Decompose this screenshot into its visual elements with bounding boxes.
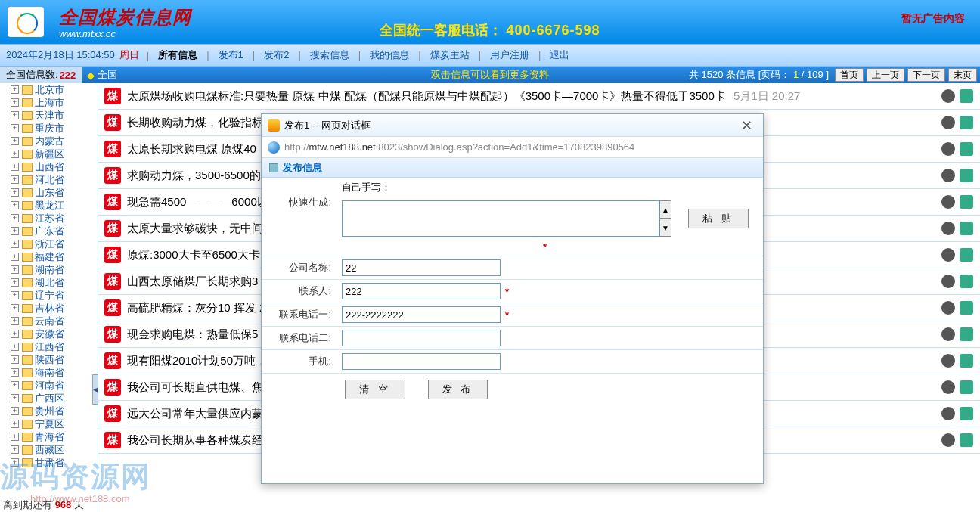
edit-icon[interactable] xyxy=(960,380,973,394)
expand-icon[interactable]: + xyxy=(11,240,19,248)
scroll-down-icon[interactable]: ▼ xyxy=(659,219,671,237)
tree-item[interactable]: +新疆区 xyxy=(0,147,98,160)
expand-icon[interactable]: + xyxy=(11,445,19,454)
expand-icon[interactable]: + xyxy=(11,163,19,171)
tree-item[interactable]: +西藏区 xyxy=(0,443,98,456)
tree-item[interactable]: +海南省 xyxy=(0,366,98,379)
menu-item-2[interactable]: 发布2 xyxy=(264,49,289,61)
tree-item[interactable]: +湖北省 xyxy=(0,276,98,289)
tree-item[interactable]: +云南省 xyxy=(0,315,98,327)
qq-icon[interactable] xyxy=(941,169,955,182)
tree-item[interactable]: +湖南省 xyxy=(0,263,98,276)
expand-icon[interactable]: + xyxy=(11,85,19,94)
edit-icon[interactable] xyxy=(960,407,973,420)
menu-item-5[interactable]: 煤炭主站 xyxy=(430,49,470,61)
edit-icon[interactable] xyxy=(960,301,973,315)
scroll-up-icon[interactable]: ▲ xyxy=(659,200,671,219)
contact-input[interactable] xyxy=(342,283,501,299)
expand-icon[interactable]: + xyxy=(11,278,19,287)
expand-icon[interactable]: + xyxy=(11,407,19,415)
tree-item[interactable]: +内蒙古 xyxy=(0,135,98,147)
prev-page-button[interactable]: 上一页 xyxy=(867,68,904,82)
edit-icon[interactable] xyxy=(960,354,973,368)
edit-icon[interactable] xyxy=(960,116,973,129)
qq-icon[interactable] xyxy=(941,380,955,394)
expand-icon[interactable]: + xyxy=(11,137,19,145)
edit-icon[interactable] xyxy=(960,248,973,262)
expand-icon[interactable]: + xyxy=(11,304,19,312)
expand-icon[interactable]: + xyxy=(11,343,19,351)
qq-icon[interactable] xyxy=(941,116,955,129)
expand-icon[interactable]: + xyxy=(11,420,19,428)
tree-item[interactable]: +黑龙江 xyxy=(0,199,98,212)
tree-item[interactable]: +江苏省 xyxy=(0,212,98,225)
qq-icon[interactable] xyxy=(941,354,955,368)
expand-icon[interactable]: + xyxy=(11,111,19,119)
expand-icon[interactable]: + xyxy=(11,150,19,158)
qq-icon[interactable] xyxy=(941,248,955,262)
expand-icon[interactable]: + xyxy=(11,433,19,441)
expand-icon[interactable]: + xyxy=(11,98,19,107)
edit-icon[interactable] xyxy=(960,195,973,209)
expand-icon[interactable]: + xyxy=(11,227,19,235)
tree-item[interactable]: +青海省 xyxy=(0,430,98,443)
tree-item[interactable]: +贵州省 xyxy=(0,405,98,417)
expand-icon[interactable]: + xyxy=(11,458,19,467)
menu-item-1[interactable]: 发布1 xyxy=(219,49,243,61)
qq-icon[interactable] xyxy=(941,301,955,315)
phone1-input[interactable] xyxy=(342,306,501,323)
paste-button[interactable]: 粘 贴 xyxy=(688,209,749,228)
qq-icon[interactable] xyxy=(941,89,955,103)
expand-icon[interactable]: + xyxy=(11,201,19,209)
edit-icon[interactable] xyxy=(960,222,973,235)
menu-item-4[interactable]: 我的信息 xyxy=(370,49,409,61)
menu-item-7[interactable]: 退出 xyxy=(550,49,569,61)
qq-icon[interactable] xyxy=(941,222,955,235)
menu-item-0[interactable]: 所有信息 xyxy=(158,49,197,61)
tree-item[interactable]: +辽宁省 xyxy=(0,289,98,302)
publish-button[interactable]: 发 布 xyxy=(428,380,488,399)
next-page-button[interactable]: 下一页 xyxy=(907,68,945,82)
sidebar-collapse-handle[interactable]: ◀ xyxy=(92,374,98,405)
quick-gen-textarea[interactable] xyxy=(342,200,659,237)
expand-icon[interactable]: + xyxy=(11,124,19,132)
tree-item[interactable]: +浙江省 xyxy=(0,237,98,250)
expand-icon[interactable]: + xyxy=(11,355,19,364)
expand-icon[interactable]: + xyxy=(11,368,19,377)
region-selector[interactable]: ◆ 全国 xyxy=(87,68,117,82)
edit-icon[interactable] xyxy=(960,89,973,103)
qq-icon[interactable] xyxy=(941,142,955,156)
edit-icon[interactable] xyxy=(960,327,973,341)
edit-icon[interactable] xyxy=(960,433,973,447)
expand-icon[interactable]: + xyxy=(11,188,19,197)
clear-button[interactable]: 清 空 xyxy=(345,380,405,399)
mobile-input[interactable] xyxy=(342,353,501,370)
tree-item[interactable]: +宁夏区 xyxy=(0,417,98,430)
tree-item[interactable]: +山东省 xyxy=(0,186,98,199)
tree-item[interactable]: +安徽省 xyxy=(0,327,98,340)
tree-item[interactable]: +山西省 xyxy=(0,160,98,173)
tree-item[interactable]: +甘肃省 xyxy=(0,456,98,469)
tree-item[interactable]: +陕西省 xyxy=(0,353,98,366)
expand-icon[interactable]: + xyxy=(11,265,19,274)
expand-icon[interactable]: + xyxy=(11,381,19,389)
menu-item-3[interactable]: 搜索信息 xyxy=(310,49,349,61)
qq-icon[interactable] xyxy=(941,407,955,420)
qq-icon[interactable] xyxy=(941,275,955,288)
tree-item[interactable]: +天津市 xyxy=(0,109,98,122)
tree-item[interactable]: +江西省 xyxy=(0,340,98,353)
company-input[interactable] xyxy=(342,259,501,276)
tree-item[interactable]: +广东省 xyxy=(0,225,98,237)
tree-item[interactable]: +吉林省 xyxy=(0,302,98,315)
tree-item[interactable]: +广西区 xyxy=(0,392,98,405)
expand-icon[interactable]: + xyxy=(11,175,19,184)
expand-icon[interactable]: + xyxy=(11,214,19,222)
qq-icon[interactable] xyxy=(941,433,955,447)
menu-item-6[interactable]: 用户注册 xyxy=(490,49,529,61)
edit-icon[interactable] xyxy=(960,169,973,182)
tree-item[interactable]: +重庆市 xyxy=(0,122,98,135)
list-row[interactable]: 煤太原煤场收购电煤标准:只要热量 原煤 中煤 配煤（配煤只能原煤与中煤配起）《3… xyxy=(98,83,980,110)
expand-icon[interactable]: + xyxy=(11,291,19,299)
expand-icon[interactable]: + xyxy=(11,330,19,338)
qq-icon[interactable] xyxy=(941,195,955,209)
